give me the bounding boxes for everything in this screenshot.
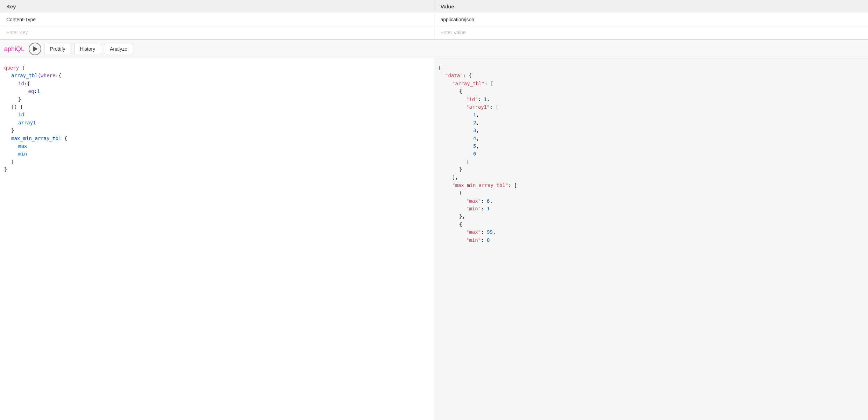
header-key-placeholder[interactable]: Enter Key xyxy=(0,26,434,39)
history-button[interactable]: History xyxy=(74,44,101,54)
query-pane[interactable]: query {array_tbl(where:{id:{_eq:1}}) {id… xyxy=(0,58,434,420)
play-icon xyxy=(33,46,38,52)
graphiql-toolbar: aphiQL Prettify History Analyze xyxy=(0,39,868,58)
header-key-content-type[interactable]: Content-Type xyxy=(0,13,434,26)
header-value-placeholder[interactable]: Enter Value xyxy=(434,26,868,39)
headers-table: Key Value Content-Type application/json … xyxy=(0,0,868,39)
result-display: {"data": {"array_tbl": [{"id": 1,"array1… xyxy=(438,64,864,244)
prettify-button[interactable]: Prettify xyxy=(44,44,71,54)
run-button[interactable] xyxy=(29,43,41,55)
headers-section: Key Value Content-Type application/json … xyxy=(0,0,868,39)
value-column-header: Value xyxy=(434,0,868,13)
query-editor[interactable]: query {array_tbl(where:{id:{_eq:1}}) {id… xyxy=(4,64,429,173)
header-value-content-type[interactable]: application/json xyxy=(434,13,868,26)
editor-area: query {array_tbl(where:{id:{_eq:1}}) {id… xyxy=(0,58,868,420)
key-column-header: Key xyxy=(0,0,434,13)
analyze-button[interactable]: Analyze xyxy=(104,44,133,54)
result-pane: {"data": {"array_tbl": [{"id": 1,"array1… xyxy=(434,58,868,420)
header-row-empty: Enter Key Enter Value xyxy=(0,26,868,39)
header-row-content-type: Content-Type application/json xyxy=(0,13,868,26)
app-label: aphiQL xyxy=(4,45,24,53)
